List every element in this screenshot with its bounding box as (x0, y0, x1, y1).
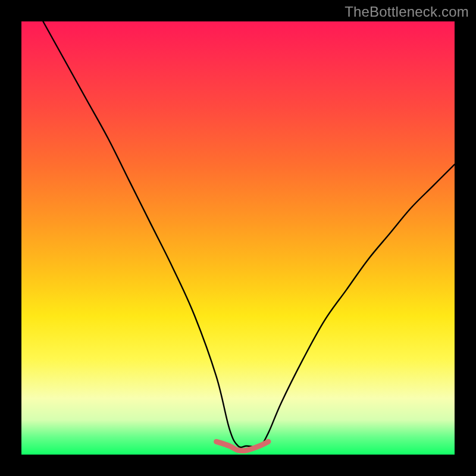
bottom-band-path (217, 441, 268, 451)
plot-area (21, 21, 455, 455)
chart-frame: TheBottleneck.com (0, 0, 476, 476)
watermark-text: TheBottleneck.com (345, 4, 469, 20)
bottleneck-curve-path (43, 21, 455, 447)
curve-svg (21, 21, 455, 455)
